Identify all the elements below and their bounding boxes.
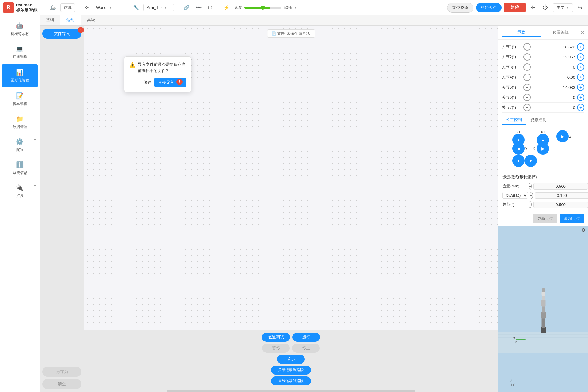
clear-btn[interactable]: 清空 [42, 379, 81, 389]
joint-2-plus-btn[interactable]: + [577, 53, 584, 61]
world-dropdown[interactable]: World ▼ [93, 4, 123, 11]
save-as-btn[interactable]: 另存为 [42, 367, 81, 377]
sidebar-item-extensions[interactable]: 🔌 扩展 ▼ [0, 180, 40, 203]
joint-5-plus-btn[interactable]: + [577, 84, 584, 91]
svg-rect-12 [542, 288, 545, 292]
sidebar-item-system-info[interactable]: ℹ️ 系统信息 [0, 157, 40, 180]
joint-7-plus-btn[interactable]: + [577, 104, 584, 111]
crosshair-icon[interactable]: ✛ [528, 3, 537, 12]
topbar: R realman 睿尔曼智能 🦾 仿真 ✛ World ▼ 🔧 Arm_Tip… [0, 0, 588, 15]
init-pose-btn[interactable]: 初始姿态 [476, 3, 502, 12]
sidebar-item-settings[interactable]: ⚙️ 配置 ▼ [0, 134, 40, 157]
y-plus-btn[interactable]: ▼ [525, 155, 537, 167]
tab-motion[interactable]: 运动 [60, 15, 81, 25]
popup-overlay: ⚠️ 导入文件前是否需要保存当前编辑中的文件? 保存 直接导入 2 [84, 26, 498, 392]
tab-basic[interactable]: 基础 [40, 15, 60, 25]
cable-icon: 〰️ [194, 3, 204, 12]
position-step-input[interactable] [533, 183, 588, 190]
speed-icon: ⚡ [222, 3, 232, 12]
joint-4-plus-btn[interactable]: + [577, 74, 584, 81]
ctrl-tab-row: 位置控制 姿态控制 [498, 115, 588, 125]
topbar-separator2 [79, 3, 79, 12]
joint-1-plus-btn[interactable]: + [577, 43, 584, 51]
zero-pose-btn[interactable]: 零位姿态 [447, 3, 473, 13]
panel-area: 基础 运动 高级 文件导入 1 另存为 清空 📄 文件: 未保存 编号: 0 [40, 15, 588, 392]
pose-ctrl-tab[interactable]: 姿态控制 [526, 115, 551, 125]
arm-tip-dropdown[interactable]: Arm_Tip ▼ [143, 4, 174, 11]
popup-warning: ⚠️ 导入文件前是否需要保存当前编辑中的文件? [129, 62, 186, 74]
chevron-down-icon-2: ▼ [164, 6, 167, 9]
system-info-icon: ℹ️ [16, 161, 24, 168]
update-point-btn[interactable]: 更新点位 [533, 214, 557, 223]
language-dropdown[interactable]: 中文 ▼ [553, 3, 573, 12]
joint-5-minus-btn[interactable]: − [523, 84, 531, 91]
import-row: 文件导入 1 [42, 29, 81, 39]
speed-slider[interactable] [244, 7, 281, 9]
joint-table: 关节1(°) − 18.572 + 关节2(°) − 13.357 + 关节3(… [498, 40, 588, 115]
power-icon[interactable]: ⏻ [540, 3, 550, 12]
estop-btn[interactable]: 急停 [504, 3, 526, 12]
joint-6-plus-btn[interactable]: + [577, 94, 584, 101]
joint-2-minus-btn[interactable]: − [523, 53, 531, 61]
joint-row-4: 关节4(°) − 0.00 + [502, 72, 584, 82]
popup-direct-import-btn[interactable]: 直接导入 2 [154, 78, 186, 87]
x-minus-btn[interactable]: ▶ [537, 142, 549, 155]
sidebar-item-data-management[interactable]: 📁 数据管理 [0, 111, 40, 134]
settings-expand-icon: ▼ [33, 138, 36, 141]
joint-step-input[interactable] [533, 202, 588, 208]
link-icon: 🔗 [182, 3, 191, 12]
position-ctrl-tab[interactable]: 位置控制 [502, 115, 526, 125]
add-point-btn[interactable]: 新增点位 [560, 214, 584, 223]
joint-step-minus-btn[interactable]: − [529, 201, 532, 208]
joint-7-minus-btn[interactable]: − [523, 104, 531, 111]
pose-step-select[interactable]: 姿态(rad) [502, 192, 528, 199]
extensions-icon: 🔌 [16, 184, 24, 191]
z-minus-left-btn[interactable]: ▼ [512, 155, 525, 167]
sidebar-item-mechanical-teaching[interactable]: 🤖 机械臂示教 [0, 18, 40, 41]
popup-save-btn[interactable]: 保存 [143, 80, 151, 85]
main-canvas: 📄 文件: 未保存 编号: 0 ⚠️ 导入文件前是否需要保存当前编辑中的文件? … [84, 26, 498, 392]
speed-chevron-icon: ▼ [294, 6, 297, 9]
logo-icon: R [3, 2, 14, 13]
step-row-joint: 关节(°) − + [502, 200, 584, 209]
joint-3-plus-btn[interactable]: + [577, 63, 584, 71]
joint-row-1: 关节1(°) − 18.572 + [502, 42, 584, 52]
3d-viewport: ⚙ [498, 226, 588, 392]
sidebar-item-script-programming[interactable]: 📝 脚本编程 [0, 88, 40, 111]
joint-3-minus-btn[interactable]: − [523, 63, 531, 71]
pose-step-input[interactable] [535, 192, 588, 199]
joint-1-minus-btn[interactable]: − [523, 43, 531, 51]
svg-text:Y: Y [515, 341, 517, 345]
close-icon[interactable]: ✕ [580, 30, 584, 36]
logout-icon[interactable]: ↪ [575, 3, 585, 12]
sidebar-item-online-programming[interactable]: 💻 在线编程 [0, 41, 40, 64]
joint-row-5: 关节5(°) − 14.083 + [502, 82, 584, 92]
topbar-separator3 [127, 3, 127, 12]
speed-thumb[interactable] [261, 6, 265, 10]
tab-advanced[interactable]: 高级 [81, 15, 101, 25]
simulate-btn[interactable]: 仿真 [60, 3, 75, 12]
rp-tab-position-edit[interactable]: 位置编辑 [541, 28, 581, 36]
joint-6-minus-btn[interactable]: − [523, 94, 531, 101]
joint-row-6: 关节6(°) − 0 + [502, 92, 584, 103]
tab-strip: 基础 运动 高级 [40, 15, 588, 26]
svg-rect-10 [542, 295, 545, 300]
rp-tab-show[interactable]: 示数 [502, 28, 541, 37]
data-management-icon: 📁 [16, 115, 24, 123]
joint-4-minus-btn[interactable]: − [523, 74, 531, 81]
svg-rect-8 [542, 306, 545, 313]
sidebar-item-graphical-programming[interactable]: 📊 图形化编程 [2, 64, 38, 87]
viewport-settings-icon[interactable]: ⚙ [582, 228, 586, 232]
step-row-pose: 姿态(rad) − + [502, 191, 584, 200]
position-step-minus-btn[interactable]: − [529, 183, 532, 190]
svg-rect-5 [541, 327, 546, 333]
extensions-expand-icon: ▼ [33, 184, 36, 187]
pose-step-minus-btn[interactable]: − [530, 192, 533, 199]
y-axis-label: Y↙ [510, 382, 516, 386]
z-minus-right-btn[interactable]: ▶ [556, 130, 569, 142]
import-btn[interactable]: 文件导入 [42, 29, 81, 39]
y-minus-btn[interactable]: ◀ [512, 142, 525, 155]
popup-actions: 保存 直接导入 2 [129, 78, 186, 87]
mechanical-teaching-icon: 🤖 [16, 22, 24, 29]
script-programming-icon: 📝 [16, 92, 24, 100]
